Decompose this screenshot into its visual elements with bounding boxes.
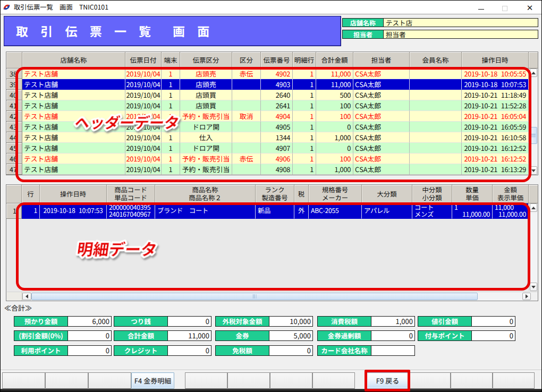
row-header-43[interactable]: 43 — [6, 122, 22, 132]
cell[interactable] — [410, 143, 462, 154]
row-header-47[interactable]: 47 — [6, 164, 22, 175]
cell[interactable]: 外 — [294, 203, 309, 219]
cell[interactable]: 2019/10/04 — [125, 143, 162, 154]
cell[interactable]: 4905 — [261, 122, 293, 132]
scrollbar-track[interactable] — [31, 292, 522, 301]
scroll-up-button[interactable] — [530, 69, 537, 77]
cell[interactable]: 1 — [22, 203, 40, 219]
cell[interactable]: テスト店舗 — [22, 132, 125, 143]
function-button-f11[interactable] — [451, 372, 493, 389]
cell[interactable]: 2019-10-21 16:10:58 — [462, 132, 529, 143]
cell[interactable]: 1 — [293, 164, 316, 175]
cell[interactable] — [232, 90, 261, 100]
slip-row-43[interactable]: 43テスト店舗2019/10/041ドロア開490510CSA太郎2019-10… — [6, 122, 538, 132]
cell[interactable]: 4906 — [261, 154, 293, 164]
cell[interactable]: 4904 — [261, 111, 293, 122]
column-header-11[interactable]: 操作日時 — [462, 52, 529, 69]
row-header-45[interactable]: 45 — [6, 143, 22, 154]
cell[interactable]: コートメンズ — [412, 203, 452, 219]
function-button-f3[interactable] — [88, 372, 131, 389]
cell[interactable] — [410, 69, 462, 79]
cell[interactable]: 取消 — [232, 111, 261, 122]
row-header-41[interactable]: 41 — [6, 100, 22, 111]
cell[interactable]: 予約・販売引当 — [180, 154, 232, 164]
cell[interactable]: CSA太郎 — [353, 132, 410, 143]
cell[interactable]: テスト店舗 — [22, 164, 125, 175]
function-button-f7[interactable] — [270, 372, 312, 389]
cell[interactable]: 予約・販売引当 — [180, 164, 232, 175]
slip-row-40[interactable]: 40テスト店舗2019/10/041店頭買26401500CSA太郎2019-1… — [6, 90, 538, 100]
cell[interactable]: 1 — [293, 79, 316, 90]
cell[interactable]: 11,00011,000.00 — [493, 203, 529, 219]
scroll-down-button[interactable] — [530, 283, 537, 291]
cell[interactable]: 2019-10-21 16:05:04 — [462, 111, 529, 122]
column-header-1[interactable]: 行 — [22, 185, 40, 203]
scroll-right-button[interactable] — [522, 292, 531, 301]
cell[interactable]: 新品 — [256, 203, 294, 219]
cell[interactable]: CSA太郎 — [353, 111, 410, 122]
cell[interactable]: 2641 — [261, 100, 293, 111]
cell[interactable]: 100 — [316, 154, 353, 164]
maximize-button[interactable] — [496, 0, 514, 14]
function-button-f8[interactable] — [312, 372, 355, 389]
cell[interactable]: 4907 — [261, 143, 293, 154]
cell[interactable]: 1 — [162, 154, 180, 164]
cell[interactable]: 4903 — [261, 79, 293, 90]
column-header-6[interactable]: 税 — [294, 185, 309, 203]
cell[interactable]: テスト店舗 — [22, 69, 125, 79]
cell[interactable] — [410, 90, 462, 100]
minimize-button[interactable] — [472, 0, 490, 14]
cell[interactable]: 予約・販売引当 — [180, 111, 232, 122]
cell[interactable]: 1 — [293, 90, 316, 100]
cell[interactable]: 2019/10/04 — [125, 154, 162, 164]
cell[interactable]: 1 — [162, 69, 180, 79]
cell[interactable]: 2019-10-21 16:05:59 — [462, 122, 529, 132]
row-header-44[interactable]: 44 — [6, 132, 22, 143]
cell[interactable]: 2019/10/04 — [125, 69, 162, 79]
cell[interactable]: 1 — [293, 100, 316, 111]
cell[interactable] — [410, 79, 462, 90]
cell[interactable]: テスト店舗 — [22, 79, 125, 90]
cell[interactable]: 1 — [293, 69, 316, 79]
column-header-10[interactable]: 数量単価 — [452, 185, 493, 203]
cell[interactable]: ドロア開 — [180, 143, 232, 154]
row-header-42[interactable]: 42 — [6, 111, 22, 122]
scroll-down-button[interactable] — [530, 166, 537, 175]
row-header-40[interactable]: 40 — [6, 90, 22, 100]
cell[interactable]: テスト店舗 — [22, 100, 125, 111]
cell[interactable]: 1 — [293, 122, 316, 132]
cell[interactable]: ABC-2055 — [309, 203, 362, 219]
cell[interactable]: 11,000 — [316, 79, 353, 90]
cell[interactable] — [410, 100, 462, 111]
column-header-1[interactable]: 店舗名称 — [22, 52, 125, 69]
cell[interactable] — [410, 154, 462, 164]
cell[interactable]: 店頭買 — [180, 90, 232, 100]
cell[interactable]: 2019-10-18 10:07:53 — [40, 203, 107, 219]
column-header-3[interactable]: 端末 — [162, 52, 180, 69]
column-header-10[interactable]: 会員名称 — [410, 52, 462, 69]
column-header-11[interactable]: 金額表示単価 — [493, 185, 529, 203]
cell[interactable]: 100 — [316, 100, 353, 111]
cell[interactable]: テスト店舗 — [22, 122, 125, 132]
slip-row-38[interactable]: 38テスト店舗2019/10/041店頭売赤伝4902111,000CSA太郎2… — [6, 69, 538, 79]
function-button-f6[interactable] — [227, 372, 270, 389]
cell[interactable]: 1 — [162, 100, 180, 111]
column-header-6[interactable]: 伝票番号 — [261, 52, 293, 69]
cell[interactable]: 1 — [162, 164, 180, 175]
cell[interactable]: CSA太郎 — [353, 122, 410, 132]
cell[interactable] — [232, 79, 261, 90]
cell[interactable]: 1 — [162, 122, 180, 132]
cell[interactable] — [232, 132, 261, 143]
cell[interactable]: 1 — [162, 132, 180, 143]
cell[interactable]: 1344 — [261, 132, 293, 143]
function-button-f1[interactable] — [2, 372, 45, 389]
cell[interactable]: アパレル — [362, 203, 412, 219]
cell[interactable] — [232, 122, 261, 132]
slip-row-42[interactable]: 42テスト店舗2019/10/041予約・販売引当取消49041100CSA太郎… — [6, 111, 538, 122]
cell[interactable]: テスト店舗 — [22, 143, 125, 154]
function-button-f12[interactable] — [493, 372, 535, 389]
slip-row-41[interactable]: 41テスト店舗2019/10/041店頭買26411100CSA太郎2019-1… — [6, 100, 538, 111]
cell[interactable]: 111,000.00 — [452, 203, 493, 219]
cell[interactable]: 1,000 — [316, 132, 353, 143]
column-header-9[interactable]: 中分類小分類 — [412, 185, 452, 203]
